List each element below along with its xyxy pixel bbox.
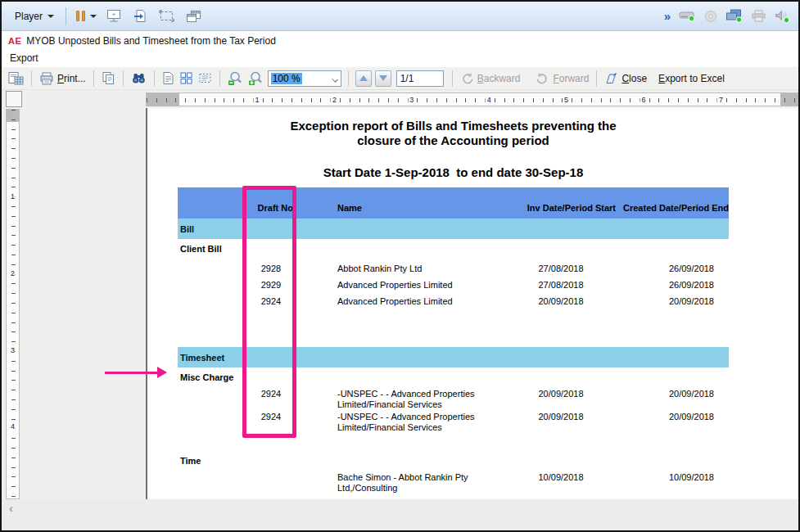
multi-page-view-button[interactable]: [177, 70, 196, 86]
ruler-number: 4: [11, 422, 15, 431]
page-up-button[interactable]: [355, 70, 372, 87]
cell-inv-date: 27/08/2018: [493, 277, 616, 293]
cell-created-date: 26/09/2018: [616, 277, 729, 293]
toolbar-separator: [219, 70, 220, 87]
ruler-number: 4: [486, 95, 493, 105]
single-page-view-button[interactable]: [160, 70, 177, 86]
screen-share-button[interactable]: [106, 9, 122, 23]
table-row: Bache Simon - Abbot Rankin PtyLtd,/Consu…: [178, 472, 729, 494]
cell-created-date: 20/09/2018: [616, 412, 729, 433]
zoom-level-combobox[interactable]: 100 %: [268, 70, 341, 87]
vertical-ruler: 1234: [6, 109, 20, 499]
arrow-down-icon: [379, 75, 387, 81]
cell-name: Bache Simon - Abbot Rankin PtyLtd,/Consu…: [337, 472, 493, 494]
overflow-chevron-icon[interactable]: »: [664, 9, 671, 23]
toolbar-separator: [348, 70, 349, 87]
screen-share-icon: [106, 9, 122, 23]
menu-item-export[interactable]: Export: [10, 52, 38, 64]
ruler-number: 5: [563, 95, 570, 105]
close-button[interactable]: Close: [602, 72, 649, 85]
chevron-down-icon: [47, 15, 54, 18]
cell-inv-date: 20/09/2018: [493, 293, 616, 309]
ruler-number: 3: [11, 345, 15, 354]
forward-button[interactable]: Forward: [533, 72, 591, 85]
binoculars-icon: [131, 72, 147, 84]
zoom-out-button[interactable]: [225, 70, 246, 87]
toolbar-separator: [527, 70, 528, 87]
pause-button[interactable]: [73, 9, 100, 23]
zoom-in-button[interactable]: [246, 70, 266, 87]
draft-no-highlight-box: [242, 186, 296, 438]
export-script-icon: [133, 9, 147, 23]
drive-status-icon: [679, 10, 696, 22]
close-label: Close: [621, 73, 647, 84]
section-band-label: Bill: [178, 224, 194, 234]
copy-report-button[interactable]: [6, 70, 26, 86]
find-button[interactable]: [129, 71, 149, 85]
export-to-excel-button[interactable]: Export to Excel: [656, 73, 727, 84]
ruler-number: 7: [717, 95, 725, 105]
toolbar-separator: [596, 70, 597, 87]
selection-frame-button[interactable]: [159, 10, 174, 22]
remote-screens-status-icon: [725, 9, 743, 23]
column-header-inv-date: Inv Date/Period Start: [493, 203, 616, 213]
copy-button[interactable]: [99, 70, 118, 86]
cascade-windows-button[interactable]: [186, 10, 201, 23]
cell-name: -UNSPEC - - Advanced PropertiesLimited/F…: [337, 412, 493, 433]
player-menu-button[interactable]: Player: [10, 8, 59, 25]
toolbar-separator: [452, 70, 453, 87]
page-number-input[interactable]: 1/1: [396, 70, 444, 87]
cell-name: Abbot Rankin Pty Ltd: [337, 260, 493, 277]
page-setup-button[interactable]: [196, 70, 215, 86]
printer-icon: [39, 72, 54, 85]
viewer-toolbar: Print... 100 %: [2, 67, 798, 90]
cell-name: -UNSPEC - - Advanced PropertiesLimited/F…: [337, 389, 493, 410]
print-label: Print...: [57, 73, 86, 84]
export-script-button[interactable]: [133, 9, 147, 23]
cell-inv-date: 20/09/2018: [493, 412, 616, 433]
cell-draft-no: [244, 472, 298, 494]
ruler-number: 2: [11, 268, 15, 277]
cell-created-date: 10/09/2018: [616, 472, 729, 494]
cell-created-date: 26/09/2018: [616, 260, 729, 277]
report-title: Exception report of Bills and Timesheets…: [178, 119, 729, 148]
section-band-label: Timesheet: [178, 353, 224, 363]
column-header-name: Name: [337, 203, 493, 213]
printer-status-icon: [751, 10, 766, 22]
cell-inv-date: 20/09/2018: [493, 389, 616, 410]
pause-icon: [76, 11, 85, 21]
magnifier-plus-icon: [248, 71, 264, 86]
ruler-origin-box: [6, 91, 22, 107]
cell-created-date: 20/09/2018: [616, 293, 729, 309]
chevron-down-icon: [332, 76, 338, 83]
print-button[interactable]: Print...: [37, 72, 88, 85]
cell-name: Advanced Properties Limited: [337, 277, 493, 293]
column-header-created-date: Created Date/Period End: [616, 203, 729, 213]
copy-icon: [102, 71, 115, 85]
toolbar-separator: [93, 70, 94, 87]
close-door-icon: [604, 72, 618, 85]
cell-created-date: 20/09/2018: [616, 389, 729, 410]
scroll-left-chevron-icon[interactable]: ‹: [9, 501, 13, 515]
grid-pages-icon: [179, 71, 193, 85]
misc-charge-arrow-annotation: [105, 372, 157, 374]
report-viewer-window: Player » AE MYOB Unpo: [0, 0, 800, 532]
ruler-number: 6: [640, 95, 647, 105]
backward-button[interactable]: Backward: [458, 72, 523, 85]
zoom-level-value: 100 %: [271, 73, 302, 84]
document-icon: [162, 71, 174, 85]
cell-inv-date: 27/08/2018: [493, 260, 616, 277]
backward-label: Backward: [477, 73, 521, 84]
toolbar-separator: [66, 7, 66, 25]
toolbar-separator: [31, 70, 32, 87]
export-to-excel-label: Export to Excel: [658, 73, 725, 84]
document-title: MYOB Unposted Bills and Timesheet from t…: [26, 35, 276, 47]
menu-bar: Export: [2, 49, 798, 67]
toolbar-separator: [123, 70, 124, 87]
report-title-line2: closure of the Accounting period: [178, 133, 729, 148]
page-down-button[interactable]: [375, 70, 391, 87]
arrow-head-icon: [157, 367, 167, 378]
magnifier-minus-icon: [228, 71, 243, 86]
cascade-windows-icon: [186, 10, 201, 23]
arrow-up-icon: [359, 75, 368, 81]
